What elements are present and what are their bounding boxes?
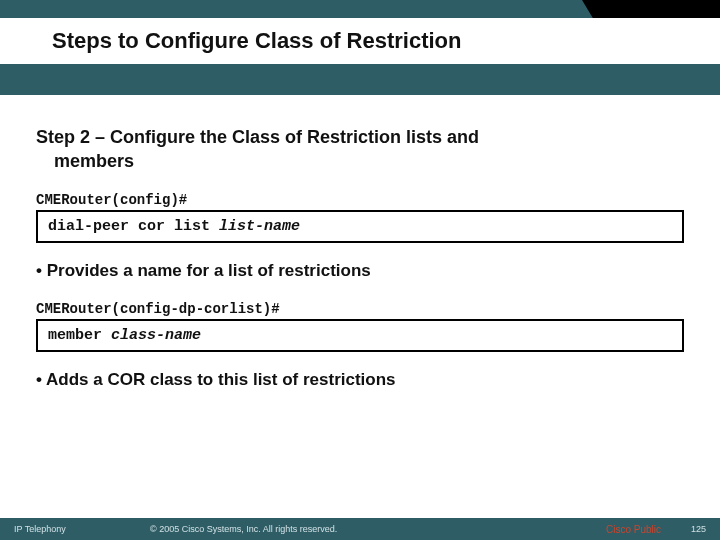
command-2-arg: class-name: [111, 327, 201, 344]
cli-prompt-1: CMERouter(config)#: [36, 192, 684, 208]
content-area: Step 2 – Configure the Class of Restrict…: [36, 125, 684, 410]
command-box-2: member class-name: [36, 319, 684, 352]
step-heading-line2: members: [36, 149, 684, 173]
step-heading: Step 2 – Configure the Class of Restrict…: [36, 125, 684, 174]
cli-prompt-2: CMERouter(config-dp-corlist)#: [36, 301, 684, 317]
slide-title-text: Steps to Configure Class of Restriction: [52, 28, 462, 54]
command-box-1: dial-peer cor list list-name: [36, 210, 684, 243]
slide-title: Steps to Configure Class of Restriction: [0, 18, 720, 64]
footer-copyright: © 2005 Cisco Systems, Inc. All rights re…: [150, 524, 606, 534]
command-1-text: dial-peer cor list: [48, 218, 219, 235]
bullet-1: Provides a name for a list of restrictio…: [36, 261, 684, 281]
step-heading-line1: Step 2 – Configure the Class of Restrict…: [36, 127, 479, 147]
command-2-text: member: [48, 327, 111, 344]
footer-bar: IP Telephony © 2005 Cisco Systems, Inc. …: [0, 518, 720, 540]
footer-public-label: Cisco Public: [606, 524, 691, 535]
command-1-arg: list-name: [219, 218, 300, 235]
bullet-2: Adds a COR class to this list of restric…: [36, 370, 684, 390]
footer-left: IP Telephony: [0, 524, 150, 534]
footer-page-number: 125: [691, 524, 720, 534]
